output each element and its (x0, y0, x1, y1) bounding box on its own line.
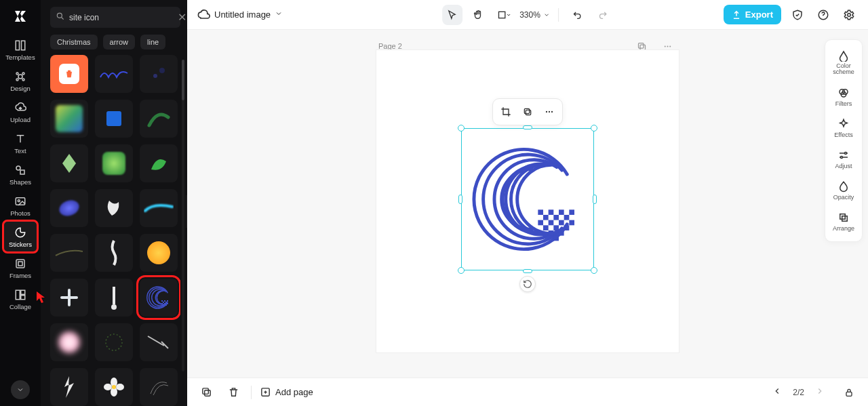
prop-opacity[interactable]: Opacity (825, 176, 862, 205)
app-logo[interactable] (9, 5, 31, 27)
rail-upload[interactable]: Upload (3, 96, 37, 127)
prev-page[interactable] (770, 384, 785, 401)
sticker-tile-selected[interactable] (140, 279, 178, 317)
resize-handle-n[interactable] (523, 125, 532, 129)
panel-scrollbar[interactable] (182, 60, 184, 371)
resize-handle-s[interactable] (523, 269, 532, 273)
zoom-control[interactable]: 330% (519, 10, 550, 20)
page-navigator: 2/2 (770, 383, 859, 402)
add-page-button[interactable]: Add page (260, 386, 313, 398)
project-title[interactable]: Untitled image (214, 9, 271, 20)
export-button[interactable]: Export (724, 5, 781, 24)
rail-frames[interactable]: Frames (3, 252, 37, 283)
sticker-tile[interactable] (50, 55, 88, 93)
sticker-tile[interactable] (95, 144, 133, 182)
undo-button[interactable] (567, 5, 587, 25)
svg-rect-30 (165, 304, 167, 306)
rail-collage[interactable]: Collage (3, 283, 37, 314)
canvas[interactable]: Page 2 (187, 30, 868, 378)
sticker-tile[interactable] (95, 55, 133, 93)
duplicate-page-button[interactable] (197, 383, 216, 402)
redo-button[interactable] (593, 5, 613, 25)
sticker-tile[interactable] (50, 144, 88, 182)
sticker-tile[interactable] (140, 55, 178, 93)
main-area: Untitled image 330% Export (187, 0, 868, 406)
hand-tool[interactable] (468, 5, 488, 25)
sticker-tile[interactable] (140, 189, 178, 227)
chip-christmas[interactable]: Christmas (50, 35, 98, 49)
help-icon[interactable] (814, 5, 833, 24)
sticker-tile[interactable] (95, 368, 133, 406)
search-input[interactable] (69, 13, 171, 22)
rail-design[interactable]: Design (3, 65, 37, 96)
rail-more[interactable] (11, 380, 30, 399)
rail-stickers[interactable]: Stickers (3, 221, 37, 252)
lock-icon[interactable] (840, 383, 859, 402)
resize-handle-nw[interactable] (458, 125, 465, 131)
sticker-tile[interactable] (50, 100, 88, 138)
sticker-tile[interactable] (50, 323, 88, 361)
resize-handle-se[interactable] (591, 267, 597, 274)
prop-adjust[interactable]: Adjust (825, 145, 862, 174)
chip-arrow[interactable]: arrow (103, 35, 136, 49)
selection-box[interactable] (461, 128, 594, 270)
resize-handle-ne[interactable] (591, 125, 597, 131)
resize-handle-e[interactable] (593, 195, 597, 204)
prop-color-scheme[interactable]: Color scheme (825, 45, 862, 80)
select-tool[interactable] (442, 5, 462, 25)
rotate-handle[interactable] (519, 276, 536, 292)
more-icon[interactable] (539, 102, 559, 122)
crop-icon[interactable] (496, 102, 516, 122)
settings-icon[interactable] (840, 5, 859, 24)
sticker-tile[interactable] (50, 279, 88, 317)
canvas-page[interactable] (376, 50, 679, 352)
search-box[interactable]: ✕ (50, 7, 180, 28)
sticker-tile[interactable] (50, 234, 88, 272)
sticker-tile[interactable] (140, 368, 178, 406)
prop-label: Color scheme (825, 63, 862, 76)
resize-handle-w[interactable] (458, 195, 462, 204)
svg-point-39 (848, 13, 851, 16)
svg-rect-59 (559, 220, 564, 226)
sticker-tile[interactable] (95, 189, 133, 227)
chevron-down-icon[interactable] (275, 9, 283, 20)
rail-text[interactable]: Text (3, 127, 37, 159)
selected-sticker[interactable] (465, 132, 590, 266)
crop-tool[interactable] (494, 5, 514, 25)
svg-point-4 (22, 73, 24, 75)
sticker-tile[interactable] (50, 368, 88, 406)
shield-icon[interactable] (788, 5, 807, 24)
svg-rect-56 (564, 215, 570, 220)
sticker-tile[interactable] (95, 100, 133, 138)
sticker-tile[interactable] (140, 100, 178, 138)
svg-point-17 (153, 74, 157, 78)
sticker-tile[interactable] (140, 323, 178, 361)
sticker-tile[interactable] (95, 234, 133, 272)
rail-label: Templates (5, 54, 35, 61)
svg-point-6 (22, 79, 24, 81)
duplicate-icon[interactable] (517, 102, 538, 122)
resize-handle-sw[interactable] (458, 267, 465, 274)
sticker-tile[interactable] (95, 279, 133, 317)
rail-templates[interactable]: Templates (3, 34, 37, 65)
sticker-tile[interactable] (95, 323, 133, 361)
page-label: Page 2 (378, 42, 402, 50)
rail-shapes[interactable]: Shapes (3, 159, 37, 190)
svg-point-70 (845, 152, 847, 154)
next-page[interactable] (812, 384, 827, 401)
prop-filters[interactable]: Filters (825, 83, 862, 111)
svg-rect-75 (202, 388, 208, 394)
prop-label: Filters (835, 100, 852, 107)
cloud-sync-icon[interactable] (197, 8, 210, 22)
rail-photos[interactable]: Photos (3, 190, 37, 221)
export-label: Export (745, 9, 773, 20)
sticker-tile[interactable] (140, 234, 178, 272)
sticker-tile[interactable] (140, 144, 178, 182)
prop-arrange[interactable]: Arrange (825, 207, 862, 236)
rail-label: Collage (9, 303, 31, 310)
chip-line[interactable]: line (140, 35, 165, 49)
delete-page-button[interactable] (224, 383, 243, 402)
prop-effects[interactable]: Effects (825, 114, 862, 142)
sticker-tile[interactable] (50, 189, 88, 227)
annotation-arrow-icon (35, 290, 46, 304)
